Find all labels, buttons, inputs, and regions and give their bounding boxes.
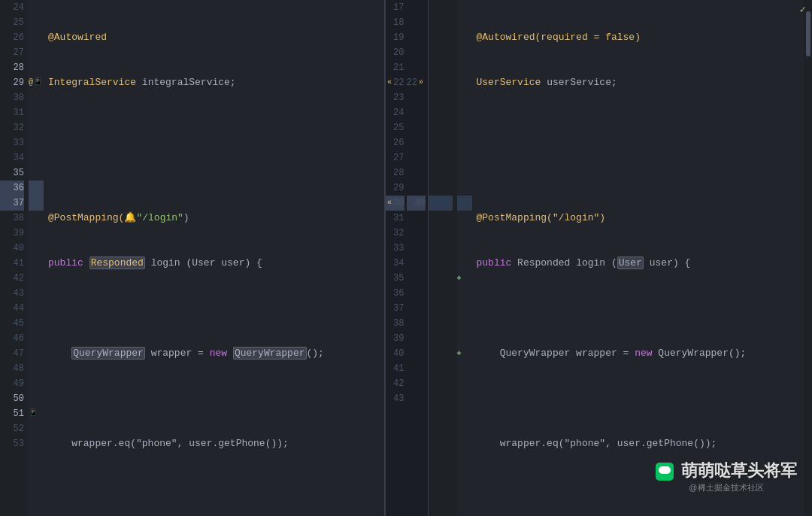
top-check-icon: ✓ xyxy=(800,3,806,16)
wechat-small-icon: 📱 xyxy=(33,75,42,90)
right-scrollbar[interactable] xyxy=(804,0,812,516)
right-scrollbar-thumb xyxy=(806,11,810,56)
watermark-sub-text: @稀土掘金技术社区 xyxy=(656,482,797,493)
hint-icon-35: ◆ xyxy=(457,271,462,286)
watermark-main-text: 萌萌哒草头将军 xyxy=(656,460,797,482)
right-icon-gutter: ◆ ◆ xyxy=(457,0,472,516)
left-icon-gutter: @ 📱 xyxy=(29,0,44,516)
right-code-content: @Autowired(required = false) UserService… xyxy=(472,0,805,516)
diff-arrow-right-22: » xyxy=(419,75,423,90)
left-editor-pane: 24 25 26 27 28 29 30 31 32 33 34 35 36 3… xyxy=(0,0,385,516)
watermark: 萌萌哒草头将军 @稀土掘金技术社区 xyxy=(656,460,797,493)
diff-arrow-left-22: « xyxy=(387,75,392,90)
hint-icon-40: ◆ xyxy=(457,346,462,361)
right-line-numbers xyxy=(429,0,457,516)
left-code-content: @Autowired IntegralService integralServi… xyxy=(44,0,384,516)
center-left-nums: 17 18 19 20 21 « 22 23 24 25 26 27 28 29… xyxy=(386,0,407,516)
left-line-numbers: 24 25 26 27 28 29 30 31 32 33 34 35 36 3… xyxy=(0,0,29,516)
wechat-logo xyxy=(656,463,674,481)
center-divider: 17 18 19 20 21 « 22 23 24 25 26 27 28 29… xyxy=(385,0,429,516)
center-right-nums: 22 » 30 xyxy=(407,0,428,516)
wechat-icon-line51: 📱 xyxy=(29,406,38,421)
right-editor-pane: ◆ ◆ @Autowired(required = false) UserSer… xyxy=(429,0,813,516)
diff-arrow-left-30: « xyxy=(387,196,392,211)
editor-container: 24 25 26 27 28 29 30 31 32 33 34 35 36 3… xyxy=(0,0,812,516)
